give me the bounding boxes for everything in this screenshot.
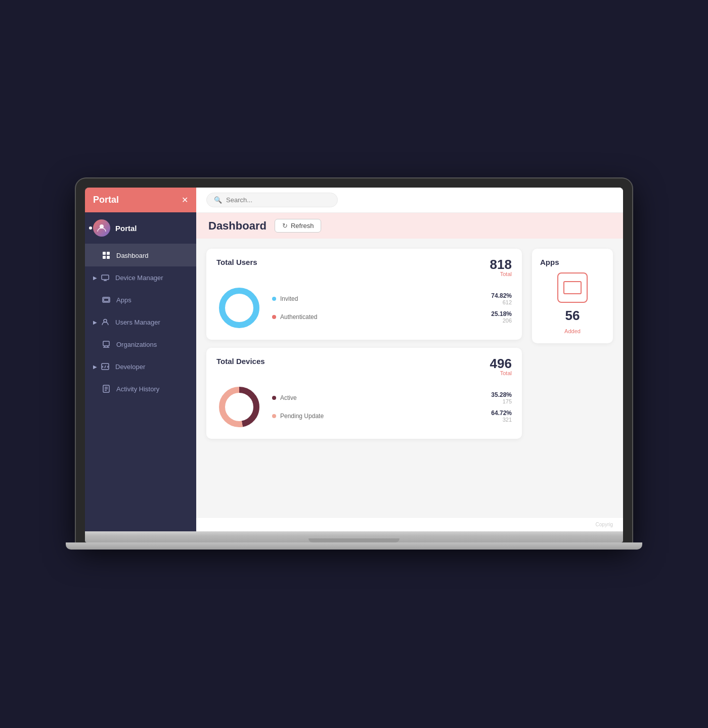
invited-label: Invited bbox=[280, 295, 487, 302]
sidebar-item-label: Activity History bbox=[116, 385, 159, 393]
sidebar-item-label: Apps bbox=[116, 296, 131, 304]
pending-pct: 64.72% bbox=[491, 410, 512, 417]
search-icon: 🔍 bbox=[214, 196, 222, 204]
pending-stats: 64.72% 321 bbox=[491, 410, 512, 423]
active-pct: 35.28% bbox=[491, 391, 512, 398]
copyright: Copyrig bbox=[196, 517, 623, 531]
card-header-users: Total Users 818 Total bbox=[216, 258, 512, 277]
users-legend: Invited 74.82% 612 bbox=[272, 292, 512, 324]
apps-count: 56 bbox=[565, 309, 580, 322]
apps-title: Apps bbox=[540, 258, 559, 266]
invited-dot bbox=[272, 297, 276, 301]
sidebar-nav: Dashboard▶Device ManagerApps▶Users Manag… bbox=[85, 244, 196, 400]
close-icon[interactable]: ✕ bbox=[182, 195, 188, 205]
legend-item-active: Active 35.28% 175 bbox=[272, 391, 512, 404]
sidebar-item-organizations[interactable]: Organizations bbox=[85, 333, 196, 355]
developer-icon bbox=[100, 361, 110, 372]
device-manager-icon bbox=[100, 272, 110, 283]
apps-added-label: Added bbox=[564, 328, 581, 334]
pending-label: Pending Update bbox=[280, 413, 487, 420]
activity-history-icon bbox=[101, 384, 111, 394]
pending-count: 321 bbox=[491, 417, 512, 423]
app-layout: Portal ✕ Portal bbox=[85, 188, 623, 531]
total-devices-title: Total Devices bbox=[216, 357, 265, 366]
card-header-devices: Total Devices 496 Total bbox=[216, 357, 512, 376]
right-panel: Apps 56 Added bbox=[532, 249, 613, 507]
authenticated-count: 206 bbox=[491, 317, 512, 324]
sidebar-item-activity-history[interactable]: Activity History bbox=[85, 378, 196, 400]
sidebar-item-dashboard[interactable]: Dashboard bbox=[85, 244, 196, 266]
active-dot bbox=[89, 226, 92, 230]
devices-legend: Active 35.28% 175 P bbox=[272, 391, 512, 423]
svg-rect-5 bbox=[102, 275, 109, 280]
nav-arrow: ▶ bbox=[93, 275, 97, 281]
app-icon-inner bbox=[563, 281, 582, 294]
svg-rect-2 bbox=[107, 252, 110, 255]
sidebar: Portal ✕ Portal bbox=[85, 188, 196, 531]
users-donut-chart bbox=[216, 285, 262, 331]
nav-arrow: ▶ bbox=[93, 320, 97, 325]
total-users-title: Total Users bbox=[216, 258, 257, 266]
refresh-label: Refresh bbox=[291, 222, 314, 230]
authenticated-dot bbox=[272, 315, 276, 319]
search-input[interactable] bbox=[226, 196, 330, 204]
dashboard-body: Total Users 818 Total bbox=[196, 239, 623, 517]
total-devices-content: Active 35.28% 175 P bbox=[216, 384, 512, 430]
main-content: 🔍 Dashboard ↻ Refresh bbox=[196, 188, 623, 531]
page-title: Dashboard bbox=[208, 219, 267, 233]
sidebar-item-label: Developer bbox=[115, 363, 145, 371]
dashboard-header: Dashboard ↻ Refresh bbox=[196, 213, 623, 239]
authenticated-stats: 25.18% 206 bbox=[491, 310, 512, 324]
sidebar-item-developer[interactable]: ▶Developer bbox=[85, 355, 196, 378]
active-count: 175 bbox=[491, 398, 512, 404]
devices-donut-chart bbox=[216, 384, 262, 430]
svg-rect-1 bbox=[103, 252, 106, 255]
svg-rect-7 bbox=[104, 298, 109, 301]
laptop-screen: Portal ✕ Portal bbox=[85, 188, 623, 531]
total-devices-number: 496 bbox=[490, 357, 512, 370]
brand-name: Portal bbox=[115, 224, 137, 233]
left-panels: Total Users 818 Total bbox=[206, 249, 522, 507]
sidebar-item-label: Dashboard bbox=[116, 252, 149, 259]
svg-rect-9 bbox=[103, 341, 109, 346]
legend-item-invited: Invited 74.82% 612 bbox=[272, 292, 512, 305]
avatar bbox=[93, 219, 110, 237]
active-dot-legend bbox=[272, 396, 276, 400]
authenticated-pct: 25.18% bbox=[491, 310, 512, 317]
refresh-icon: ↻ bbox=[282, 222, 288, 230]
total-users-total: 818 Total bbox=[490, 258, 512, 277]
svg-rect-3 bbox=[103, 256, 106, 259]
legend-item-pending: Pending Update 64.72% 321 bbox=[272, 410, 512, 423]
total-users-number: 818 bbox=[490, 258, 512, 271]
svg-rect-4 bbox=[107, 256, 110, 259]
sidebar-item-users-manager[interactable]: ▶Users Manager bbox=[85, 311, 196, 333]
authenticated-label: Authenticated bbox=[280, 313, 487, 321]
svg-point-13 bbox=[222, 291, 256, 325]
sidebar-item-label: Users Manager bbox=[115, 318, 160, 326]
total-devices-card: Total Devices 496 Total bbox=[206, 348, 522, 439]
total-users-card: Total Users 818 Total bbox=[206, 249, 522, 340]
dashboard-icon bbox=[101, 250, 111, 260]
sidebar-item-label: Organizations bbox=[116, 341, 157, 348]
pending-dot bbox=[272, 414, 276, 418]
nav-arrow: ▶ bbox=[93, 364, 97, 370]
sidebar-item-label: Device Manager bbox=[115, 274, 163, 282]
laptop-bottom bbox=[66, 542, 642, 550]
total-devices-total: 496 Total bbox=[490, 357, 512, 376]
portal-brand: Portal bbox=[85, 212, 196, 244]
search-box[interactable]: 🔍 bbox=[206, 193, 338, 207]
refresh-button[interactable]: ↻ Refresh bbox=[275, 219, 322, 233]
laptop-base bbox=[85, 531, 623, 542]
total-users-content: Invited 74.82% 612 bbox=[216, 285, 512, 331]
users-manager-icon bbox=[100, 317, 110, 327]
sidebar-title: Portal bbox=[93, 195, 119, 205]
sidebar-item-apps[interactable]: Apps bbox=[85, 289, 196, 311]
invited-count: 612 bbox=[491, 299, 512, 305]
laptop-wrapper: Portal ✕ Portal bbox=[76, 178, 632, 550]
sidebar-item-device-manager[interactable]: ▶Device Manager bbox=[85, 266, 196, 289]
sidebar-header: Portal ✕ bbox=[85, 188, 196, 212]
apps-card: Apps 56 Added bbox=[532, 249, 613, 343]
active-stats: 35.28% 175 bbox=[491, 391, 512, 404]
invited-pct: 74.82% bbox=[491, 292, 512, 299]
apps-icon bbox=[101, 295, 111, 305]
